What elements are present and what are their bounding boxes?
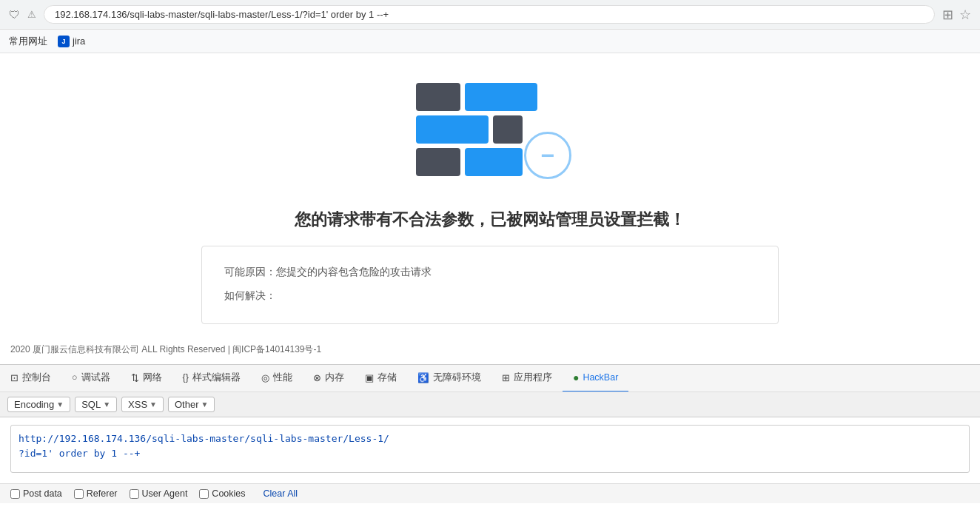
user-agent-input[interactable] [130, 489, 139, 499]
block-icon: − [416, 83, 564, 186]
hackbar-toolbar: Encoding ▼ SQL ▼ XSS ▼ Other ▼ [0, 392, 980, 417]
network-label: 网络 [143, 372, 162, 384]
browser-chrome: 🛡 ⚠ 192.168.174.136/sqli-labs-master/sql… [0, 0, 980, 30]
encoding-label: Encoding [14, 399, 54, 410]
application-icon: ⊞ [502, 372, 510, 383]
devtools-tab-performance[interactable]: ◎ 性能 [251, 364, 303, 392]
xss-dropdown[interactable]: XSS ▼ [121, 397, 164, 412]
xss-arrow-icon: ▼ [150, 400, 157, 409]
encoding-arrow-icon: ▼ [56, 400, 64, 409]
star-icon[interactable]: ☆ [959, 7, 971, 23]
xss-label: XSS [128, 399, 147, 410]
console-icon: ⊡ [10, 372, 19, 383]
sql-label: SQL [81, 399, 101, 410]
accessibility-label: 无障碍环境 [433, 372, 481, 384]
warning-icon: ⚠ [27, 9, 36, 20]
other-dropdown[interactable]: Other ▼ [168, 397, 215, 412]
footer-text: 2020 厦门服云信息科技有限公司 ALL Rights Reserved | … [10, 343, 321, 356]
brick-4 [493, 115, 523, 144]
solution-label: 如何解决： [224, 285, 756, 306]
memory-label: 内存 [325, 372, 344, 384]
jira-logo: J [58, 36, 70, 47]
devtools-tab-accessibility[interactable]: ♿ 无障碍环境 [407, 364, 491, 392]
devtools-tab-network[interactable]: ⇅ 网络 [121, 364, 172, 392]
storage-icon: ▣ [365, 372, 374, 383]
debugger-icon: ○ [72, 372, 78, 383]
perf-label: 性能 [273, 372, 292, 384]
post-data-label: Post data [23, 488, 62, 499]
perf-icon: ◎ [261, 372, 269, 383]
devtools-tab-application[interactable]: ⊞ 应用程序 [491, 364, 563, 392]
clear-all-button[interactable]: Clear All [264, 488, 298, 499]
block-title: 您的请求带有不合法参数，已被网站管理员设置拦截！ [295, 209, 685, 231]
application-label: 应用程序 [514, 372, 552, 384]
brick-1 [416, 83, 460, 111]
brick-6 [465, 148, 523, 176]
brick-5 [416, 148, 460, 176]
cookies-label: Cookies [212, 488, 245, 499]
devtools-tab-style[interactable]: {} 样式编辑器 [172, 364, 251, 392]
shield-icon: 🛡 [9, 8, 20, 21]
accessibility-icon: ♿ [417, 372, 429, 383]
referer-checkbox[interactable]: Referer [74, 488, 118, 499]
browser-actions: ⊞ ☆ [942, 7, 971, 23]
style-label: 样式编辑器 [192, 372, 241, 384]
user-agent-label: User Agent [142, 488, 188, 499]
bookmark-jira[interactable]: J jira [58, 36, 85, 47]
checkbox-row: Post data Referer User Agent Cookies Cle… [0, 484, 980, 503]
referer-label: Referer [87, 488, 118, 499]
user-agent-checkbox[interactable]: User Agent [130, 488, 188, 499]
devtools-tab-hackbar[interactable]: ● HackBar [563, 364, 628, 392]
cookies-input[interactable] [199, 489, 209, 499]
brick-3 [416, 115, 489, 144]
main-content: − 您的请求带有不合法参数，已被网站管理员设置拦截！ 可能原因：您提交的内容包含… [0, 53, 980, 364]
style-icon: {} [183, 372, 189, 383]
sql-dropdown[interactable]: SQL ▼ [75, 397, 117, 412]
devtools-tab-debugger[interactable]: ○ 调试器 [61, 364, 121, 392]
brick-2 [465, 83, 537, 111]
hackbar-dot-icon: ● [573, 372, 579, 383]
memory-icon: ⊗ [313, 372, 321, 383]
bookmarks-bar: 常用网址 J jira [0, 30, 980, 53]
sql-arrow-icon: ▼ [103, 400, 110, 409]
hackbar-label: HackBar [583, 372, 618, 383]
post-data-checkbox[interactable]: Post data [10, 488, 62, 499]
reason-label: 可能原因：您提交的内容包含危险的攻击请求 [224, 261, 756, 282]
storage-label: 存储 [377, 372, 397, 384]
devtools-tabbar: ⊡ 控制台 ○ 调试器 ⇅ 网络 {} 样式编辑器 ◎ 性能 ⊗ 内存 ▣ 存储… [0, 364, 980, 392]
page-footer: 2020 厦门服云信息科技有限公司 ALL Rights Reserved | … [0, 335, 980, 364]
other-label: Other [175, 399, 199, 410]
devtools-tab-storage[interactable]: ▣ 存储 [355, 364, 407, 392]
address-bar[interactable]: 192.168.174.136/sqli-labs-master/sqli-la… [44, 5, 935, 24]
url-input-area: http://192.168.174.136/sqli-labs-master/… [0, 417, 980, 484]
url-textarea[interactable]: http://192.168.174.136/sqli-labs-master/… [10, 425, 970, 473]
debugger-label: 调试器 [81, 372, 110, 384]
referer-input[interactable] [74, 489, 84, 499]
console-label: 控制台 [22, 372, 51, 384]
network-icon: ⇅ [131, 372, 139, 383]
bookmark-label-common[interactable]: 常用网址 [9, 35, 47, 48]
devtools-tab-memory[interactable]: ⊗ 内存 [303, 364, 355, 392]
encoding-dropdown[interactable]: Encoding ▼ [7, 397, 70, 412]
bookmark-jira-label: jira [73, 36, 85, 47]
devtools-tab-console[interactable]: ⊡ 控制台 [0, 364, 61, 392]
cookies-checkbox[interactable]: Cookies [199, 488, 245, 499]
qr-icon[interactable]: ⊞ [942, 7, 953, 23]
reason-box: 可能原因：您提交的内容包含危险的攻击请求 如何解决： [201, 246, 779, 324]
block-badge: − [524, 132, 571, 179]
post-data-input[interactable] [10, 489, 20, 499]
other-arrow-icon: ▼ [201, 400, 208, 409]
